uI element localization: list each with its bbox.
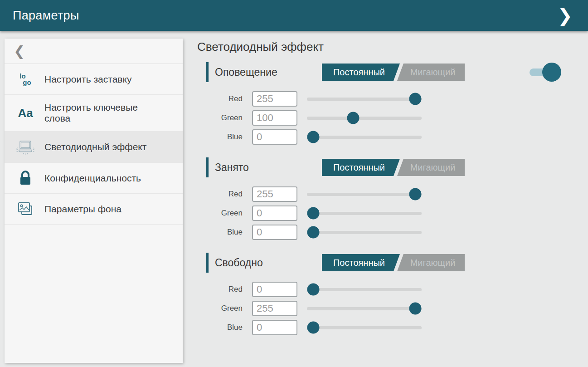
green-label: Green: [206, 113, 243, 122]
green-channel-row: Green: [206, 206, 558, 221]
mode-blinking-button[interactable]: Мигающий: [397, 64, 465, 81]
section-notification: Оповещение Постоянный Мигающий Red: [206, 61, 558, 145]
section-title: Оповещение: [215, 66, 322, 78]
logo-icon: logo: [15, 73, 35, 85]
red-channel-row: Red: [206, 186, 558, 202]
section-accent-bar: [206, 157, 209, 177]
red-label: Red: [206, 94, 243, 103]
blue-value-input[interactable]: [252, 320, 297, 335]
section-accent-bar: [206, 62, 209, 82]
slider-thumb[interactable]: [307, 284, 320, 296]
blue-label: Blue: [206, 228, 243, 237]
sidebar-item-background[interactable]: Параметры фона: [5, 194, 183, 225]
sidebar-item-label: Параметры фона: [44, 204, 121, 215]
green-channel-row: Green: [206, 110, 558, 126]
blue-label: Blue: [206, 132, 243, 142]
slider-thumb[interactable]: [409, 93, 422, 105]
images-icon: [15, 201, 35, 217]
slider-thumb[interactable]: [307, 226, 320, 239]
green-slider[interactable]: [307, 206, 422, 221]
mode-toggle-busy: Постоянный Мигающий: [322, 159, 465, 176]
forward-chevron-icon[interactable]: ❯: [554, 5, 575, 26]
sidebar-item-screensaver[interactable]: logo Настроить заставку: [5, 64, 183, 95]
red-channel-row: Red: [206, 91, 558, 107]
green-channel-row: Green: [206, 301, 558, 316]
red-value-input[interactable]: [252, 91, 297, 107]
red-value-input[interactable]: [252, 282, 297, 297]
red-label: Red: [206, 285, 243, 294]
mode-blinking-button[interactable]: Мигающий: [397, 159, 465, 176]
sidebar-item-label: Настроить ключевые слова: [44, 102, 162, 124]
slider-thumb[interactable]: [307, 207, 320, 220]
green-value-input[interactable]: [252, 206, 297, 221]
blue-slider[interactable]: [307, 129, 422, 145]
green-value-input[interactable]: [252, 110, 297, 126]
mode-blinking-button[interactable]: Мигающий: [397, 254, 465, 271]
page-title: Параметры: [13, 9, 79, 23]
lock-icon: [15, 171, 35, 186]
blue-value-input[interactable]: [252, 225, 297, 240]
mode-constant-button[interactable]: Постоянный: [322, 64, 400, 81]
green-slider[interactable]: [307, 301, 422, 316]
back-chevron-icon[interactable]: ❮: [14, 43, 25, 59]
mode-toggle-notification: Постоянный Мигающий: [322, 64, 465, 81]
blue-channel-row: Blue: [206, 129, 558, 145]
section-accent-bar: [206, 253, 209, 273]
notification-led-switch[interactable]: [530, 63, 558, 82]
section-title: Занято: [215, 161, 322, 174]
blue-value-input[interactable]: [252, 129, 297, 145]
blue-slider[interactable]: [307, 225, 422, 240]
green-label: Green: [206, 304, 243, 313]
sidebar-item-label: Конфиденциальность: [44, 173, 141, 184]
red-value-input[interactable]: [252, 186, 297, 202]
green-label: Green: [206, 209, 243, 218]
mode-constant-button[interactable]: Постоянный: [322, 159, 400, 176]
switch-knob: [542, 63, 561, 82]
section-title: Свободно: [215, 257, 322, 269]
sidebar-header: ❮: [5, 39, 183, 64]
slider-thumb[interactable]: [347, 112, 360, 124]
slider-thumb[interactable]: [409, 188, 422, 201]
red-slider[interactable]: [307, 282, 422, 297]
red-label: Red: [206, 190, 243, 199]
green-slider[interactable]: [307, 110, 422, 126]
red-channel-row: Red: [206, 282, 558, 297]
slider-thumb[interactable]: [307, 322, 320, 334]
sidebar-item-led-effect[interactable]: Светодиодный эффект: [5, 132, 183, 163]
slider-thumb[interactable]: [307, 131, 320, 143]
keywords-icon: Aa: [15, 106, 35, 120]
red-slider[interactable]: [307, 186, 422, 202]
sidebar-item-keywords[interactable]: Aa Настроить ключевые слова: [5, 95, 183, 132]
blue-slider[interactable]: [307, 320, 422, 335]
section-busy: Занято Постоянный Мигающий Red Green: [206, 157, 558, 240]
section-free: Свободно Постоянный Мигающий Red Green: [206, 252, 558, 335]
blue-channel-row: Blue: [206, 225, 558, 240]
sidebar-item-privacy[interactable]: Конфиденциальность: [5, 163, 183, 194]
mode-toggle-free: Постоянный Мигающий: [322, 254, 465, 271]
app-bar: Параметры ❯: [0, 0, 588, 31]
red-slider[interactable]: [307, 91, 422, 107]
led-effect-panel: Светодиодный эффект Оповещение Постоянны…: [183, 31, 588, 367]
green-value-input[interactable]: [252, 301, 297, 316]
settings-sidebar: ❮ logo Настроить заставку Aa Настроить к…: [5, 39, 183, 363]
slider-thumb[interactable]: [409, 303, 422, 315]
mode-constant-button[interactable]: Постоянный: [322, 254, 400, 271]
sidebar-item-label: Светодиодный эффект: [44, 142, 146, 152]
led-monitor-icon: [15, 139, 35, 155]
panel-title: Светодиодный эффект: [197, 40, 588, 54]
sidebar-item-label: Настроить заставку: [44, 74, 131, 85]
blue-channel-row: Blue: [206, 320, 558, 335]
blue-label: Blue: [206, 323, 243, 332]
